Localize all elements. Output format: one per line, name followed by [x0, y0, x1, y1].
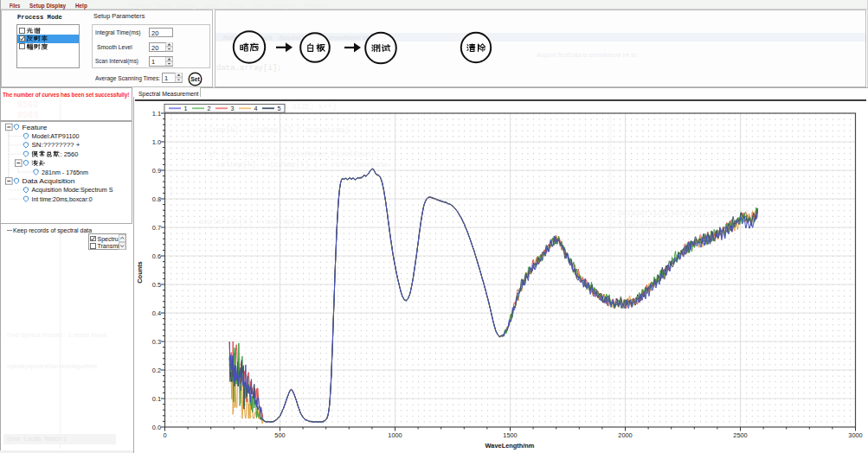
svg-text:0.8: 0.8 [152, 195, 161, 203]
svg-text:Model:ATP91100: Model:ATP91100 [32, 132, 80, 140]
svg-text:281nm - 1765nm: 281nm - 1765nm [42, 169, 88, 176]
svg-text:0.5: 0.5 [152, 281, 161, 289]
svg-text:: 2560: : 2560 [61, 150, 79, 158]
svg-text:2: 2 [208, 105, 211, 112]
svg-text:1: 1 [184, 105, 188, 112]
svg-text:SN:???????? +: SN:???????? + [32, 141, 81, 149]
svg-text:Counts: Counts [136, 261, 144, 283]
svg-text:5: 5 [278, 105, 281, 112]
svg-text:0: 0 [163, 431, 166, 439]
svg-text:1.1: 1.1 [152, 110, 161, 118]
svg-text:2000: 2000 [618, 431, 632, 439]
svg-text:1000: 1000 [388, 431, 402, 439]
svg-text:WaveLength/nm: WaveLength/nm [485, 442, 535, 450]
svg-text:0.3: 0.3 [152, 338, 161, 346]
svg-text:0.1: 0.1 [152, 395, 161, 403]
svg-text:2500: 2500 [733, 431, 747, 439]
svg-text:3: 3 [231, 105, 235, 112]
svg-text:1500: 1500 [503, 431, 517, 439]
svg-text:Data Acquisition: Data Acquisition [23, 177, 75, 185]
svg-text:if (k > Device.VisibleMeter,Pi: if (k > Device.VisibleMeter,PixelCount) [208, 150, 380, 159]
svg-text:coltmp[k] = icdtmp[k] | < refe: coltmp[k] = icdtmp[k] | < referenceData [216, 161, 389, 169]
svg-text:0.6: 0.6 [152, 252, 161, 260]
svg-text:3000: 3000 [848, 431, 862, 439]
svg-text:Int time:20ms,boxcar:0: Int time:20ms,boxcar:0 [32, 195, 93, 203]
svg-text:0.7: 0.7 [152, 224, 161, 232]
svg-text:0.0: 0.0 [152, 424, 161, 431]
svg-text:0.2: 0.2 [152, 367, 161, 374]
svg-text:Feature: Feature [23, 124, 48, 131]
svg-text:}: } [170, 188, 174, 197]
svg-text:0.9: 0.9 [152, 167, 161, 175]
svg-text:1.0: 1.0 [152, 138, 161, 146]
svg-text:0.4: 0.4 [152, 309, 161, 317]
svg-text:500: 500 [274, 431, 285, 439]
svg-text:Set: Set [190, 76, 200, 82]
svg-text:Acquisition Mode:Spectrum S: Acquisition Mode:Spectrum S [32, 186, 113, 194]
svg-text:4: 4 [254, 105, 258, 112]
svg-text:amplafilt[k] = coltmp[k]: amplafilt[k] = coltmp[k] [199, 218, 305, 226]
svg-text:coltmp[k] = icdtmp[k] / acquat: coltmp[k] = icdtmp[k] / acquatime) [199, 126, 349, 135]
